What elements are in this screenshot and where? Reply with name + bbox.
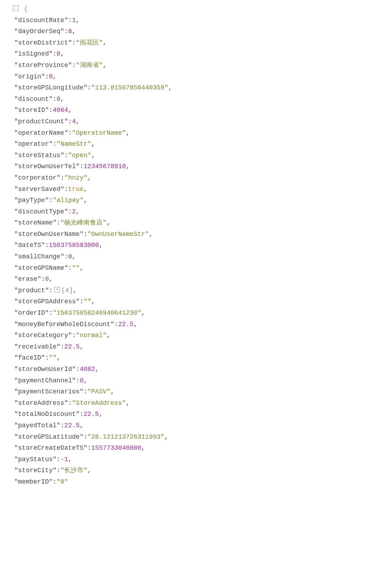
- json-colon: :: [45, 73, 49, 80]
- json-entry: "storeStatus":"open",: [0, 150, 377, 161]
- json-value: 4: [72, 118, 76, 125]
- json-entry: "origin":0,: [0, 71, 377, 83]
- json-entry: "payType":"alipay",: [0, 195, 377, 206]
- json-entry: "storeDistrict":"雨花区",: [0, 37, 377, 49]
- json-value: "alipay": [53, 197, 83, 204]
- json-entry: "receivable":22.5,: [0, 341, 377, 353]
- json-key: "faceID": [14, 354, 45, 361]
- json-key: "payStatus": [14, 456, 57, 463]
- json-entry: "totalNoDiscount":22.5,: [0, 409, 377, 420]
- json-comma: ,: [103, 39, 107, 46]
- json-entry: "discountRate":1,: [0, 15, 377, 26]
- json-key: "serverSaved": [14, 186, 64, 193]
- json-colon: :: [68, 129, 72, 136]
- json-entry: "serverSaved":true,: [0, 184, 377, 195]
- json-entry: "storeOwnUserName":"OwnUserNameStr",: [0, 229, 377, 240]
- json-value: "长沙市": [61, 467, 88, 474]
- json-value: "0": [57, 478, 68, 485]
- json-value: "hnzy": [64, 174, 87, 181]
- json-key: "storeOwnUserId": [14, 366, 76, 373]
- json-key: "isSigned": [14, 50, 53, 57]
- json-comma: ,: [76, 208, 80, 215]
- json-colon: :: [87, 84, 91, 91]
- json-key: "storeStatus": [14, 152, 64, 159]
- json-key: "dayOrderSeq": [14, 28, 64, 35]
- json-entry: "storeName":"杨光峰南食店",: [0, 217, 377, 229]
- json-comma: ,: [141, 309, 145, 316]
- json-comma: ,: [73, 287, 77, 294]
- json-value: "": [72, 264, 80, 272]
- json-colon: :: [83, 433, 87, 440]
- json-entry: "erase":0,: [0, 274, 377, 285]
- json-entry: "storeGPSName":"",: [0, 263, 377, 274]
- json-colon: :: [49, 309, 53, 316]
- json-entry: "operatorName":"OperatorName",: [0, 128, 377, 139]
- json-colon: :: [87, 444, 91, 452]
- json-comma: ,: [134, 321, 138, 328]
- json-entry: "orderID":"156375858240940641230",: [0, 308, 377, 319]
- json-entry: "discountType":2,: [0, 206, 377, 218]
- json-entry: "paymentScenarios":"PASV",: [0, 386, 377, 398]
- json-key: "discountRate": [14, 17, 68, 24]
- json-colon: :: [80, 298, 84, 305]
- json-colon: :: [49, 107, 53, 114]
- json-comma: ,: [107, 219, 110, 226]
- json-open-line: {: [0, 4, 377, 15]
- expand-icon[interactable]: [54, 287, 60, 293]
- json-comma: ,: [72, 253, 76, 260]
- json-value: 2: [72, 208, 76, 215]
- json-viewer: { "discountRate":1,"dayOrderSeq":8,"stor…: [0, 4, 377, 488]
- json-comma: ,: [83, 197, 87, 204]
- json-value: 0: [68, 253, 72, 260]
- json-colon: :: [49, 287, 53, 294]
- json-key: "storeName": [14, 219, 57, 226]
- json-entry: "storeCreateDateTS":1557733046000,: [0, 443, 377, 454]
- json-key: "storeProvince": [14, 62, 72, 69]
- json-key: "operatorName": [14, 129, 68, 136]
- json-collapsed-summary: [4]: [61, 287, 73, 294]
- json-colon: :: [61, 343, 64, 350]
- json-comma: ,: [110, 388, 114, 395]
- json-colon: :: [68, 264, 72, 272]
- json-comma: ,: [49, 275, 53, 283]
- json-entry: "paymentChannel":0,: [0, 375, 377, 387]
- json-comma: ,: [87, 174, 91, 181]
- json-key: "payType": [14, 197, 49, 204]
- json-key: "discount": [14, 96, 53, 103]
- json-comma: ,: [91, 140, 95, 148]
- json-value: "雨花区": [76, 39, 103, 46]
- json-value: 12345678910: [83, 163, 126, 170]
- collapse-icon[interactable]: [13, 5, 19, 11]
- json-comma: ,: [61, 50, 64, 57]
- json-colon: :: [64, 28, 68, 35]
- json-comma: ,: [87, 467, 91, 474]
- json-value: 22.5: [118, 321, 134, 328]
- json-comma: ,: [141, 444, 145, 452]
- json-value: "NameStr": [57, 140, 91, 148]
- json-comma: ,: [126, 129, 130, 136]
- json-colon: :: [53, 140, 57, 148]
- json-entry: "dayOrderSeq":8,: [0, 26, 377, 37]
- json-colon: :: [72, 332, 76, 339]
- json-entry: "storeOwnUserId":4082,: [0, 364, 377, 375]
- json-value: 4064: [53, 107, 68, 114]
- json-value: 0: [57, 50, 61, 57]
- json-colon: :: [68, 17, 72, 24]
- json-colon: :: [64, 186, 68, 193]
- json-value: "OperatorName": [72, 129, 126, 136]
- json-key: "memberID": [14, 478, 53, 485]
- json-key: "paymentScenarios": [14, 388, 83, 395]
- json-comma: ,: [53, 73, 57, 80]
- json-entry: "operator":"NameStr",: [0, 139, 377, 150]
- json-entry: "storeCategory":"normal",: [0, 330, 377, 341]
- json-comma: ,: [126, 163, 130, 170]
- json-entry: "isSigned":0,: [0, 48, 377, 60]
- json-value: "OwnUserNameStr": [87, 231, 149, 238]
- json-colon: :: [45, 354, 49, 361]
- json-entry: "corporator":"hnzy",: [0, 172, 377, 184]
- json-value: "113.01567856440359": [91, 84, 168, 91]
- json-comma: ,: [149, 231, 153, 238]
- json-colon: :: [57, 467, 61, 474]
- json-entry: "storeOwnUserTel":12345678910,: [0, 161, 377, 172]
- json-value: "杨光峰南食店": [61, 219, 107, 226]
